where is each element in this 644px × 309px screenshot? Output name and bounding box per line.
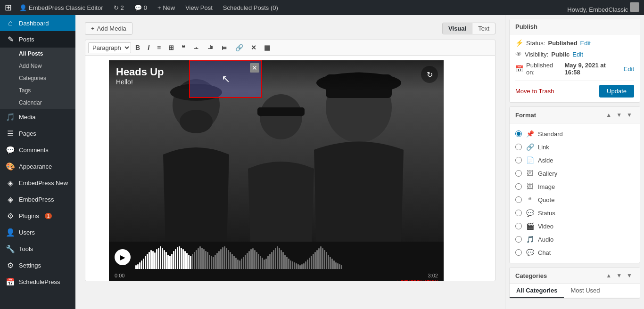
reverbnation-branding: ★ REVERBNATION: [395, 280, 438, 281]
status-icon: ⚡: [515, 39, 523, 47]
paragraph-select[interactable]: Paragraph: [88, 42, 131, 53]
publish-actions: Move to Trash Update: [515, 81, 634, 98]
categories-box-header: Categories ▲ ▼ ▼: [510, 268, 640, 284]
adminbar-user: Howdy, EmbedClassic: [567, 2, 639, 13]
admin-bar: ⊞ 👤 EmbedPress Classic Editor ↻ 2 💬 0 + …: [0, 0, 644, 15]
format-collapse-toggle[interactable]: ▼: [625, 111, 634, 119]
embed-close-button[interactable]: ✕: [250, 63, 259, 73]
comments-icon: 💬: [134, 4, 142, 11]
sidebar-item-users[interactable]: 👤 Users: [0, 224, 75, 241]
sidebar-item-posts[interactable]: ✎ Posts: [0, 31, 75, 48]
format-radio-gallery[interactable]: [515, 170, 522, 177]
align-center-button[interactable]: ⫡: [204, 42, 217, 53]
wp-logo-icon[interactable]: ⊞: [5, 2, 12, 13]
format-item-quote: ❝ Quote: [510, 193, 640, 206]
posts-icon: ✎: [6, 35, 15, 44]
format-radio-standard[interactable]: [515, 130, 522, 137]
adminbar-site-name[interactable]: 👤 EmbedPress Classic Editor: [17, 4, 106, 11]
sidebar-item-settings[interactable]: ⚙ Settings: [0, 257, 75, 274]
ordered-list-button[interactable]: ⊞: [165, 42, 177, 53]
adminbar-comments[interactable]: 💬 0: [132, 4, 150, 11]
format-video-icon: 🎬: [526, 222, 534, 230]
table-button[interactable]: ▦: [261, 42, 273, 53]
tab-most-used[interactable]: Most Used: [564, 284, 606, 298]
adminbar-scheduled[interactable]: Scheduled Posts (0): [220, 4, 281, 11]
italic-button[interactable]: I: [144, 42, 153, 53]
sidebar-item-appearance[interactable]: 🎨 Appearance: [0, 158, 75, 175]
submenu-categories[interactable]: Categories: [0, 72, 75, 84]
sidebar-item-pages[interactable]: ☰ Pages: [0, 125, 75, 142]
update-button[interactable]: Update: [599, 85, 634, 98]
date-edit-link[interactable]: Edit: [624, 65, 634, 73]
schedule-icon: 📅: [6, 277, 15, 286]
sidebar-item-plugins[interactable]: ⚙ Plugins 1: [0, 208, 75, 224]
visibility-edit-link[interactable]: Edit: [572, 51, 583, 58]
status-edit-link[interactable]: Edit: [580, 40, 591, 47]
unlink-button[interactable]: ✕: [248, 42, 260, 53]
visibility-icon: 👁: [515, 50, 522, 58]
submenu-calendar[interactable]: Calendar: [0, 97, 75, 109]
sidebar-item-tools[interactable]: 🔧 Tools: [0, 241, 75, 257]
align-left-button[interactable]: ⫠: [190, 42, 203, 53]
format-radio-audio[interactable]: [515, 236, 522, 243]
categories-collapse-buttons: ▲ ▼ ▼: [604, 271, 634, 280]
format-radio-status[interactable]: [515, 210, 522, 216]
visual-tab[interactable]: Visual: [442, 23, 472, 34]
link-button[interactable]: 🔗: [232, 42, 247, 53]
sidebar-item-media[interactable]: 🎵 Media: [0, 109, 75, 125]
format-chat-icon: 💬: [526, 248, 534, 257]
editor-toolbar: Paragraph B I ≡ ⊞ ❝ ⫠ ⫡ ⫢ 🔗 ✕ ▦: [85, 40, 495, 55]
submenu-add-new[interactable]: Add New: [0, 60, 75, 72]
format-item-aside: 📄 Aside: [510, 154, 640, 167]
move-to-trash-link[interactable]: Move to Trash: [515, 88, 554, 95]
bold-button[interactable]: B: [132, 42, 143, 53]
format-collapse-up[interactable]: ▲: [604, 111, 613, 119]
plugins-badge: 1: [45, 213, 52, 219]
adminbar-view-post[interactable]: View Post: [182, 4, 215, 11]
format-radio-quote[interactable]: [515, 196, 522, 203]
format-item-standard: 📌 Standard: [510, 127, 640, 140]
media-icon: 🎵: [6, 113, 15, 122]
embed-play-button[interactable]: ▶: [115, 249, 131, 265]
format-image-icon: 🖼: [526, 182, 534, 191]
tab-all-categories[interactable]: All Categories: [510, 284, 564, 298]
format-aside-icon: 📄: [526, 156, 534, 164]
format-radio-video[interactable]: [515, 223, 522, 229]
sidebar-item-embedpress[interactable]: ◈ EmbedPress: [0, 191, 75, 208]
sidebar-item-comments[interactable]: 💬 Comments: [0, 142, 75, 158]
publish-status-row: ⚡ Status: Published Edit: [515, 39, 634, 47]
sidebar-item-schedulepress[interactable]: 📅 SchedulePress: [0, 274, 75, 290]
format-item-audio: 🎵 Audio: [510, 233, 640, 246]
format-radio-link[interactable]: [515, 144, 522, 150]
sidebar-item-embedpress-new[interactable]: ◈ EmbedPress New: [0, 175, 75, 191]
pages-icon: ☰: [6, 129, 15, 138]
main-content: + Add Media Visual Text Paragraph B I ≡ …: [75, 15, 505, 309]
format-radio-aside[interactable]: [515, 157, 522, 163]
categories-collapse-toggle[interactable]: ▼: [625, 271, 634, 280]
publish-visibility-row: 👁 Visibility: Public Edit: [515, 50, 634, 58]
format-box-content: 📌 Standard 🔗 Link 📄 Aside: [510, 123, 640, 263]
format-radio-chat[interactable]: [515, 249, 522, 256]
add-media-button[interactable]: + Add Media: [85, 22, 132, 35]
categories-collapse-down[interactable]: ▼: [614, 271, 624, 280]
align-right-button[interactable]: ⫢: [218, 42, 231, 53]
unordered-list-button[interactable]: ≡: [154, 42, 164, 53]
text-tab[interactable]: Text: [472, 23, 495, 34]
adminbar-new[interactable]: + New: [155, 4, 178, 11]
format-audio-icon: 🎵: [526, 235, 534, 244]
appearance-icon: 🎨: [6, 162, 15, 171]
posts-submenu: All Posts Add New Categories Tags Calend…: [0, 48, 75, 109]
format-collapse-down[interactable]: ▼: [614, 111, 624, 119]
settings-icon: ⚙: [6, 261, 15, 270]
submenu-all-posts[interactable]: All Posts: [0, 48, 75, 60]
submenu-tags[interactable]: Tags: [0, 84, 75, 97]
format-link-icon: 🔗: [526, 143, 534, 151]
blockquote-button[interactable]: ❝: [178, 42, 189, 53]
embed-share-button[interactable]: ↻: [421, 66, 438, 83]
sidebar-item-dashboard[interactable]: ⌂ Dashboard: [0, 15, 75, 31]
categories-collapse-up[interactable]: ▲: [604, 271, 613, 280]
adminbar-updates[interactable]: ↻ 2: [111, 4, 127, 11]
time-start: 0:00: [115, 273, 124, 278]
dashboard-icon: ⌂: [6, 19, 15, 27]
format-radio-image[interactable]: [515, 183, 522, 190]
